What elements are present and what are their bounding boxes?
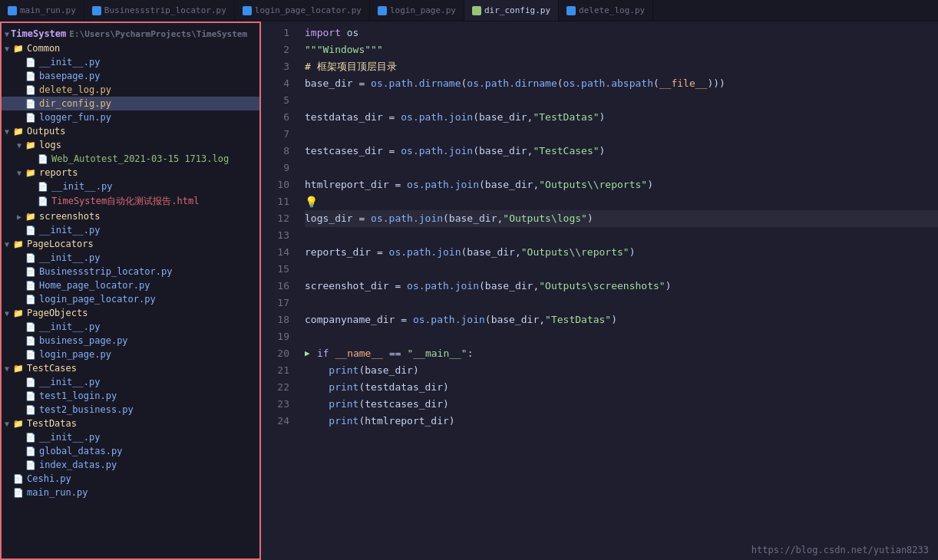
tab-icon <box>8 6 17 15</box>
tree-item[interactable]: 📄__init__.py <box>2 180 259 193</box>
code-token: __name__ <box>335 345 383 362</box>
tree-file-icon: 📁 <box>12 239 25 249</box>
tree-file-icon: 📄 <box>37 182 49 192</box>
tree-file-icon: 📁 <box>12 419 25 429</box>
tab-dir_config-py[interactable]: dir_config.py <box>464 0 559 21</box>
tree-item[interactable]: 📄test1_login.py <box>2 389 259 403</box>
file-tree: ▼ TimeSystem E:\Users\PycharmProjects\Ti… <box>0 21 261 560</box>
tree-item[interactable]: 📄Web_Autotest_2021-03-15 1713.log <box>2 152 259 166</box>
tree-item[interactable]: 📄business_page.py <box>2 334 259 348</box>
tree-item[interactable]: 📄login_page_locator.py <box>2 292 259 306</box>
code-token: os.path.join <box>371 210 443 227</box>
tree-item[interactable]: 📄login_page.py <box>2 348 259 361</box>
tree-arrow: ▼ <box>2 44 12 53</box>
line-number: 21 <box>261 362 289 379</box>
tree-item-label: PageObjects <box>27 308 88 318</box>
code-line: ▶if __name__ == "__main__": <box>305 345 938 362</box>
tree-item[interactable]: ▼📁PageObjects <box>2 306 259 320</box>
line-number: 12 <box>261 210 289 227</box>
tree-item-label: login_page.py <box>39 349 111 360</box>
tree-item[interactable]: 📄global_datas.py <box>2 444 259 458</box>
code-token: base_dir <box>479 109 527 126</box>
tree-file-icon: 📁 <box>12 44 25 54</box>
code-token: testdatas_dir <box>305 109 383 126</box>
code-line <box>305 227 938 244</box>
tree-item-label: __init__.py <box>39 252 100 263</box>
code-token: base_dir <box>365 362 413 379</box>
code-token: base_dir <box>467 244 515 261</box>
project-root[interactable]: ▼ TimeSystem E:\Users\PycharmProjects\Ti… <box>2 26 259 41</box>
tab-main_run-py[interactable]: main_run.py <box>0 0 84 21</box>
line-number: 14 <box>261 244 289 261</box>
tree-item[interactable]: 📄test2_business.py <box>2 403 259 417</box>
tab-delete_log-py[interactable]: delete_log.py <box>559 0 653 21</box>
tree-item[interactable]: 📄TimeSystem自动化测试报告.html <box>2 193 259 209</box>
tree-item[interactable]: 📄Home_page_locator.py <box>2 278 259 292</box>
bulb-icon: 💡 <box>305 193 318 210</box>
tree-item[interactable]: ▼📁logs <box>2 138 259 152</box>
tree-item[interactable]: ▼📁reports <box>2 166 259 180</box>
tree-item-label: __init__.py <box>39 377 100 387</box>
tree-item[interactable]: ▼📁Outputs <box>2 124 259 138</box>
tree-file-icon: 📁 <box>25 140 37 150</box>
code-token: = <box>389 278 407 295</box>
tree-item[interactable]: ▼📁PageLocators <box>2 237 259 251</box>
tree-arrow: ▼ <box>14 141 25 150</box>
code-token: , <box>515 244 521 261</box>
code-token: testdatas_dir <box>365 379 443 396</box>
code-token: reports_dir <box>305 244 371 261</box>
tree-item-label: main_run.py <box>27 487 88 498</box>
code-line: logs_dir = os.path.join(base_dir,"Output… <box>305 210 938 227</box>
tree-item[interactable]: 📄Businessstrip_locator.py <box>2 265 259 278</box>
tree-item[interactable]: 📄logger_fun.py <box>2 110 259 124</box>
tree-item-label: Web_Autotest_2021-03-15 1713.log <box>51 153 229 164</box>
tree-file-icon: 📄 <box>12 488 25 498</box>
tab-bar: main_run.pyBusinessstrip_locator.pylogin… <box>0 0 938 21</box>
tab-login_page-py[interactable]: login_page.py <box>370 0 464 21</box>
tree-item[interactable]: ▼📁Common <box>2 41 259 55</box>
tree-file-icon: 📄 <box>25 71 37 81</box>
tree-item[interactable]: 📄__init__.py <box>2 375 259 389</box>
tree-item[interactable]: 📄index_datas.py <box>2 458 259 472</box>
code-token: ) <box>599 143 606 160</box>
tree-file-icon: 📄 <box>25 267 37 277</box>
code-line <box>305 261 938 278</box>
code-line: print(htmlreport_dir) <box>305 413 938 430</box>
tree-item[interactable]: 📄__init__.py <box>2 320 259 334</box>
tree-item[interactable]: 📄basepage.py <box>2 69 259 83</box>
tree-item-label: reports <box>39 167 78 178</box>
tree-item[interactable]: ▼📁TestDatas <box>2 417 259 430</box>
code-token: testcases_dir <box>305 143 383 160</box>
code-token: if <box>317 345 329 362</box>
tree-item[interactable]: 📄__init__.py <box>2 251 259 265</box>
code-lines[interactable]: import os"""Windows"""# 框架项目顶层目录base_dir… <box>296 21 938 560</box>
tree-arrow: ▶ <box>14 212 25 221</box>
tree-item[interactable]: ▶📁screenshots <box>2 209 259 223</box>
code-token <box>305 413 329 430</box>
code-line: """Windows""" <box>305 41 938 58</box>
code-token: base_dir <box>449 210 497 227</box>
tree-item[interactable]: 📄Ceshi.py <box>2 472 259 486</box>
tree-item[interactable]: 📄main_run.py <box>2 486 259 499</box>
code-line: htmlreport_dir = os.path.join(base_dir,"… <box>305 176 938 193</box>
tree-item[interactable]: 📄__init__.py <box>2 430 259 444</box>
code-token: os.path.join <box>401 109 473 126</box>
tree-item[interactable]: 📄dir_config.py <box>2 97 259 110</box>
code-token: ( <box>473 109 479 126</box>
code-line: testcases_dir = os.path.join(base_dir,"T… <box>305 143 938 160</box>
code-line <box>305 126 938 143</box>
tree-container: ▼📁Common📄__init__.py📄basepage.py📄delete_… <box>2 41 259 499</box>
tab-Businessstrip_locator-py[interactable]: Businessstrip_locator.py <box>84 0 235 21</box>
tree-item[interactable]: 📄delete_log.py <box>2 83 259 97</box>
line-number: 8 <box>261 143 289 160</box>
tree-item-label: Home_page_locator.py <box>39 280 150 291</box>
code-line <box>305 92 938 109</box>
tab-login_page_locator-py[interactable]: login_page_locator.py <box>235 0 370 21</box>
code-token: ) <box>443 396 449 413</box>
tree-item[interactable]: 📄__init__.py <box>2 223 259 237</box>
tree-item[interactable]: ▼📁TestCases <box>2 361 259 375</box>
tree-item[interactable]: 📄__init__.py <box>2 55 259 69</box>
watermark: https://blog.csdn.net/yutian8233 <box>751 545 929 555</box>
line-number: 3 <box>261 58 289 75</box>
code-token: ( <box>653 75 659 92</box>
